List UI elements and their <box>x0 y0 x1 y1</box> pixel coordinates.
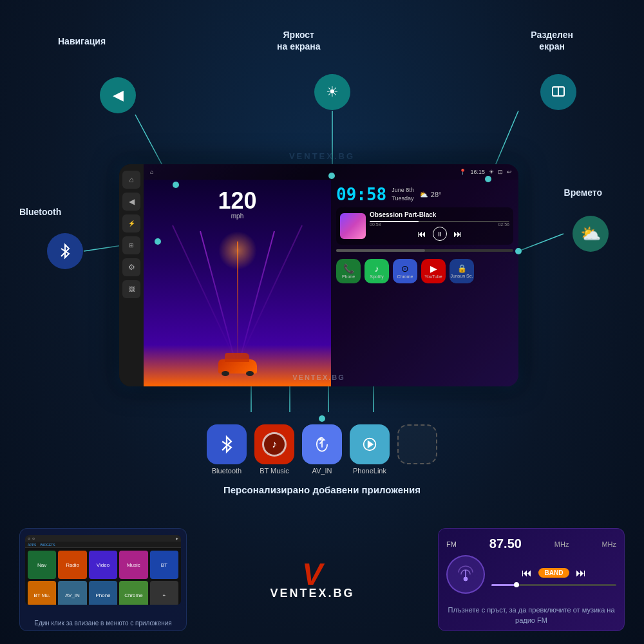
nav-arrow-icon: ◀ <box>113 87 124 104</box>
weather-label: Времето <box>564 187 602 198</box>
bt-side-btn[interactable]: ⚡ <box>122 214 140 232</box>
bottom-section: Bluetooth ♪ BT Music <box>0 412 644 644</box>
splitscreen-label: Разделенекран <box>531 29 573 52</box>
radio-antenna-icon <box>446 555 485 594</box>
shortcuts-row: Bluetooth ♪ BT Music <box>207 424 437 475</box>
bluetooth-icon <box>47 233 83 269</box>
radio-seek-bar[interactable] <box>491 584 616 586</box>
home-icon[interactable]: ⌂ <box>150 169 153 175</box>
logo-v: V <box>302 559 323 590</box>
home-side-btn[interactable]: ⌂ <box>122 171 140 189</box>
chrome-app[interactable]: ⊙ Chrome <box>393 259 417 283</box>
center-logo-area: V VENTEX.BG <box>200 528 425 631</box>
radio-freq-display: FM 87.50 MHz MHz <box>446 536 616 551</box>
album-art <box>340 213 366 239</box>
navigation-icon: ◀ <box>100 77 136 113</box>
progress-bar <box>370 221 509 222</box>
bottom-panels: ⊙⊙▶ APPS WIDGETS Nav Radio Video Music B… <box>0 528 644 631</box>
back-side-btn[interactable]: ⚙ <box>122 258 140 276</box>
cloud-sun-icon: ⛅ <box>580 224 601 244</box>
personalized-label: Персонализирано добавени приложения <box>223 484 421 495</box>
connector-dot-shortcuts <box>319 415 325 422</box>
dot-brightness <box>328 173 335 179</box>
apps-side-btn[interactable]: ⊞ <box>122 236 140 254</box>
brightness-label: Яркостна екрана <box>277 29 321 52</box>
time-display: 09:58 <box>336 185 386 204</box>
settings-side-btn[interactable]: 🖼 <box>122 280 140 298</box>
play-btn[interactable]: ⏸ <box>433 227 447 241</box>
navigation-label: Навигация <box>58 35 106 47</box>
datetime-row: 09:58 June 8th Tuesday ⛅ 28° <box>336 185 513 204</box>
screen-status-icon: ⊡ <box>498 169 503 175</box>
brightness-status-icon: ☀ <box>489 169 494 175</box>
dot-weather <box>515 248 522 254</box>
youtube-app[interactable]: ▶ YouTube <box>421 259 446 283</box>
screen-content: 120 mph <box>144 180 518 386</box>
bluetooth-label: Bluetooth <box>19 206 61 218</box>
radio-panel: FM 87.50 MHz MHz <box>438 528 625 631</box>
prev-btn[interactable]: ⏮ <box>417 229 426 239</box>
next-btn[interactable]: ⏭ <box>453 229 462 239</box>
date-display: June 8th Tuesday <box>392 186 414 202</box>
radio-prev-btn[interactable]: ⏮ <box>522 567 532 579</box>
song-title: Obsession Part-Black <box>370 211 509 218</box>
svg-marker-14 <box>368 441 373 447</box>
junsun-app[interactable]: 🔒 Junsun Se. <box>450 259 474 283</box>
status-time: 16:15 <box>470 169 485 175</box>
watermark-top: VENTEX.BG <box>289 151 355 161</box>
device-screen: ⌂ 📍 16:15 ☀ ⊡ ↩ <box>144 164 518 386</box>
nav-side-btn[interactable]: ◀ <box>122 193 140 211</box>
sun-icon: ☀ <box>326 84 339 100</box>
device-frame: ⌂ ◀ ⚡ ⊞ ⚙ 🖼 ⌂ 📍 16:15 ☀ ⊡ ↩ <box>119 164 518 386</box>
app-icons-row: 📞 Phone ♪ Spotify ⊙ Chrome ▶ YouTube <box>336 259 513 283</box>
back-status-icon: ↩ <box>507 169 512 175</box>
radio-panel-label: Плъзнете с пръст, за да превключите от м… <box>444 605 619 625</box>
music-controls[interactable]: ⏮ ⏸ ⏭ <box>370 227 509 241</box>
speed-display: 120 mph <box>218 189 256 220</box>
radio-frequency: 87.50 <box>489 536 522 551</box>
progress-fill <box>370 221 419 222</box>
logo-text: VENTEX.BG <box>270 587 354 600</box>
av-in-shortcut[interactable]: AV_IN <box>302 424 342 475</box>
mini-apps-grid: Nav Radio Video Music BT BT Mu. AV_IN Ph… <box>25 548 181 605</box>
bt-music-shortcut[interactable]: ♪ BT Music <box>254 424 294 475</box>
dot-nav <box>173 182 179 188</box>
panel-left-label: Един клик за влизане в менюто с приложен… <box>20 620 186 627</box>
mhz-label2: MHz <box>601 540 616 548</box>
screen-right-panel: 09:58 June 8th Tuesday ⛅ 28° <box>331 180 518 386</box>
speed-value: 120 <box>218 189 256 213</box>
mini-status-bar: ⊙⊙▶ <box>25 535 181 542</box>
phonelink-shortcut[interactable]: PhoneLink <box>350 424 390 475</box>
mini-app-screen-panel: ⊙⊙▶ APPS WIDGETS Nav Radio Video Music B… <box>19 528 187 631</box>
dot-splitscreen <box>485 176 491 182</box>
mini-screen: ⊙⊙▶ APPS WIDGETS Nav Radio Video Music B… <box>25 535 181 605</box>
empty-shortcut: - <box>397 424 437 475</box>
spotify-app[interactable]: ♪ Spotify <box>365 259 389 283</box>
mini-tab-bar: APPS WIDGETS <box>25 542 181 548</box>
radio-next-btn[interactable]: ⏭ <box>576 567 586 579</box>
splitscreen-icon <box>540 74 576 110</box>
weather-icon: ⛅ <box>573 216 609 252</box>
music-player: Obsession Part-Black 00:58 02:56 ⏮ ⏸ <box>336 207 513 245</box>
phone-app[interactable]: 📞 Phone <box>336 259 361 283</box>
weather-display: ⛅ 28° <box>419 191 442 199</box>
radio-controls[interactable]: ⏮ BAND ⏭ <box>491 567 616 579</box>
device-side-buttons: ⌂ ◀ ⚡ ⊞ ⚙ 🖼 <box>119 164 144 386</box>
weather-cloud-icon: ⛅ <box>419 191 428 199</box>
time-labels: 00:58 02:56 <box>370 222 509 227</box>
volume-slider[interactable] <box>336 249 513 252</box>
music-info: Obsession Part-Black 00:58 02:56 ⏮ ⏸ <box>340 211 509 241</box>
mhz-label: MHz <box>554 540 569 548</box>
band-button[interactable]: BAND <box>538 568 570 578</box>
speedometer-area: 120 mph <box>144 180 331 386</box>
location-icon: 📍 <box>459 169 466 175</box>
dot-bluetooth <box>155 238 161 245</box>
tunnel-bg: 120 mph <box>144 180 331 386</box>
bluetooth-shortcut[interactable]: Bluetooth <box>207 424 247 475</box>
radio-display: FM 87.50 MHz MHz <box>446 536 616 598</box>
brightness-icon: ☀ <box>314 74 350 110</box>
fm-label: FM <box>446 540 457 548</box>
device-watermark: VENTEX.BG <box>292 374 345 381</box>
